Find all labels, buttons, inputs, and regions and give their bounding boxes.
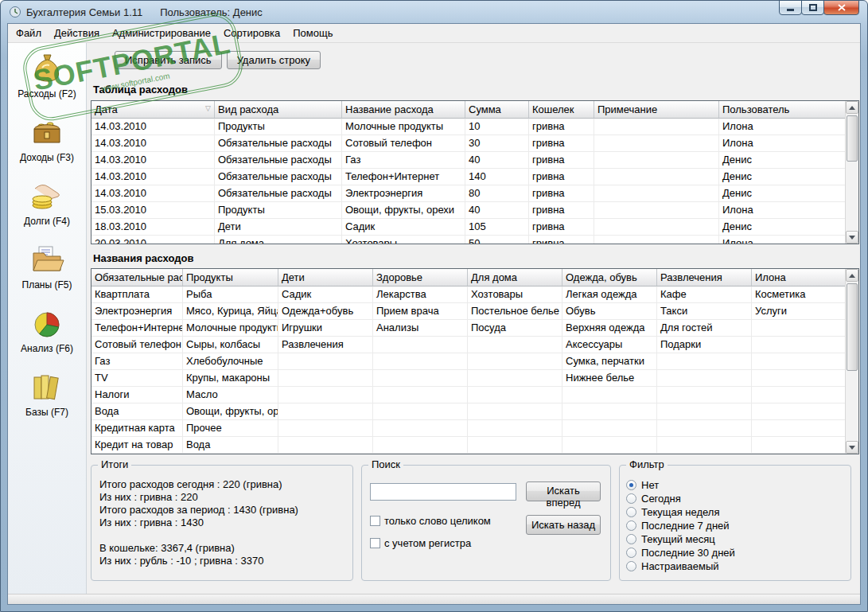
table-row[interactable]: 15.03.2010ПродуктыОвощи, фрукты, орехи40… — [91, 202, 845, 219]
table-row[interactable]: ГазХлебобулочныеСумка, перчатки — [91, 353, 845, 370]
table-row[interactable]: TVКрупы, макароныНижнее белье — [91, 370, 845, 387]
column-header[interactable]: Примечание — [594, 101, 719, 119]
case-sensitive-option[interactable]: с учетом регистра — [370, 537, 471, 549]
whole-word-checkbox[interactable] — [370, 516, 380, 526]
table-row[interactable]: 14.03.2010ПродуктыМолочные продукты10гри… — [91, 119, 845, 135]
filter-option[interactable]: Нет — [626, 478, 844, 492]
maximize-button[interactable] — [801, 0, 824, 15]
column-header[interactable]: Сумма — [465, 101, 529, 119]
radio-button[interactable] — [626, 520, 636, 531]
table-cell: Квартплата — [91, 287, 183, 303]
coins-hand-icon — [29, 177, 65, 215]
sidebar-item-incomes[interactable]: Доходы (F3) — [10, 113, 85, 163]
column-header[interactable]: Пользователь — [719, 101, 845, 119]
close-button[interactable] — [823, 0, 859, 15]
menu-help[interactable]: Помощь — [286, 24, 339, 42]
filter-option[interactable]: Последние 7 дней — [626, 519, 844, 532]
table-row[interactable]: КвартплатаРыбаСадикЛекарстваХозтоварыЛег… — [91, 287, 845, 303]
filter-options: НетСегодняТекущая неделяПоследние 7 дней… — [626, 478, 844, 573]
totals-line: Из них : гривна : 220 — [99, 491, 344, 504]
radio-button[interactable] — [626, 480, 636, 490]
sidebar-item-bases[interactable]: Базы (F7) — [10, 368, 85, 418]
menu-actions[interactable]: Действия — [48, 24, 106, 42]
table-cell: Молочные продукты — [342, 119, 465, 135]
table-cell: Масло — [183, 387, 278, 403]
table-row[interactable]: Кредит на товарВода — [91, 437, 845, 454]
table-row[interactable]: Телефон+ИнтернетМолочные продуктыИгрушки… — [91, 320, 845, 337]
sidebar-item-plans[interactable]: Планы (F5) — [10, 240, 85, 290]
title-bar[interactable]: Бухгалтерия Семьи 1.11 Пользователь: Ден… — [7, 1, 861, 23]
minimize-button[interactable] — [779, 0, 802, 15]
scroll-thumb[interactable] — [847, 115, 858, 162]
scroll-up-button[interactable] — [846, 101, 858, 114]
menu-sorting[interactable]: Сортировка — [217, 24, 286, 42]
table-cell: Газ — [342, 152, 465, 169]
search-forward-button[interactable]: Искать вперед — [526, 481, 601, 501]
table-cell — [468, 337, 562, 353]
table-row[interactable]: 14.03.2010Обязательные расходыТелефон+Ин… — [91, 169, 845, 185]
table-cell — [468, 403, 562, 420]
radio-button[interactable] — [626, 493, 636, 504]
table-row[interactable]: НалогиМасло — [91, 387, 845, 403]
scroll-thumb[interactable] — [847, 283, 858, 371]
search-input[interactable] — [370, 483, 516, 501]
radio-button[interactable] — [626, 561, 636, 571]
menu-administration[interactable]: Администрирование — [106, 24, 217, 42]
delete-row-button[interactable]: Удалить строку — [227, 51, 321, 69]
column-header[interactable]: Обязательные расходы — [91, 269, 183, 287]
table-cell — [373, 420, 468, 437]
whole-word-option[interactable]: только слово целиком — [370, 515, 491, 527]
menu-file[interactable]: Файл — [10, 24, 48, 42]
edit-record-button[interactable]: Исправить запись — [115, 51, 222, 69]
scroll-track[interactable] — [846, 114, 858, 231]
column-header[interactable]: Развлечения — [657, 269, 752, 287]
scroll-down-button[interactable] — [846, 441, 858, 454]
column-header[interactable]: Дата▽ — [91, 101, 215, 119]
column-header[interactable]: Вид расхода — [215, 101, 342, 119]
search-backward-button[interactable]: Искать назад — [526, 515, 601, 535]
column-header[interactable]: Дети — [278, 269, 373, 287]
table-row[interactable]: 14.03.2010Обязательные расходыГаз40гривн… — [91, 152, 845, 169]
table-cell: Сыры, колбасы — [183, 337, 278, 353]
table-cell: Прием врача — [373, 303, 468, 320]
filter-option[interactable]: Текущая неделя — [626, 505, 844, 519]
column-header[interactable]: Продукты — [183, 269, 278, 287]
scroll-track[interactable] — [846, 282, 858, 441]
sidebar-item-expenses[interactable]: Расходы (F2) — [10, 49, 85, 99]
radio-button[interactable] — [626, 507, 636, 517]
case-sensitive-checkbox[interactable] — [370, 538, 380, 548]
table-row[interactable]: ВодаОвощи, фрукты, орехи — [91, 403, 845, 420]
table-cell: 14.03.2010 — [91, 169, 215, 185]
filter-option[interactable]: Текущий месяц — [626, 532, 844, 546]
filter-option[interactable]: Последние 30 дней — [626, 546, 844, 559]
table-row[interactable]: 14.03.2010Обязательные расходыСотовый те… — [91, 135, 845, 152]
content-area: Расходы (F2)Доходы (F3)Долги (F4)Планы (… — [8, 43, 860, 594]
sidebar-item-label: Базы (F7) — [25, 407, 68, 418]
table-cell: Прочее — [183, 420, 278, 437]
column-header[interactable]: Здоровье — [373, 269, 468, 287]
radio-button[interactable] — [626, 534, 636, 544]
sidebar-item-debts[interactable]: Долги (F4) — [10, 177, 85, 227]
table-row[interactable]: ЭлектроэнергияМясо, Курица, ЯйцаОдежда+о… — [91, 303, 845, 320]
radio-button[interactable] — [626, 548, 636, 558]
sidebar-item-analysis[interactable]: Анализ (F6) — [10, 304, 85, 354]
column-header[interactable]: Одежда, обувь — [562, 269, 657, 287]
table-row[interactable]: 18.03.2010ДетиСадик105гривнаДенис — [91, 219, 845, 236]
table-row[interactable]: Сотовый телефонСыры, колбасыРазвлеченияА… — [91, 337, 845, 353]
table-row[interactable]: 20.03.2010Для домаХозтовары50гривнаИлона — [91, 236, 845, 244]
column-header[interactable]: Для дома — [468, 269, 562, 287]
scroll-down-button[interactable] — [846, 231, 858, 244]
column-header[interactable]: Илона — [752, 269, 845, 287]
names-table-scrollbar[interactable] — [845, 269, 858, 454]
column-header[interactable]: Кошелек — [529, 101, 594, 119]
scroll-up-button[interactable] — [846, 269, 858, 282]
table-cell — [594, 219, 719, 236]
filter-option[interactable]: Настраиваемый — [626, 559, 844, 573]
table-row[interactable]: 14.03.2010Обязательные расходыЭлектроэне… — [91, 185, 845, 202]
table-cell: Легкая одежда — [562, 287, 657, 303]
column-header[interactable]: Название расхода — [342, 101, 465, 119]
table-cell: 140 — [465, 169, 529, 185]
table-row[interactable]: Кредитная картаПрочее — [91, 420, 845, 437]
filter-option[interactable]: Сегодня — [626, 492, 844, 505]
expenses-table-scrollbar[interactable] — [845, 101, 858, 244]
